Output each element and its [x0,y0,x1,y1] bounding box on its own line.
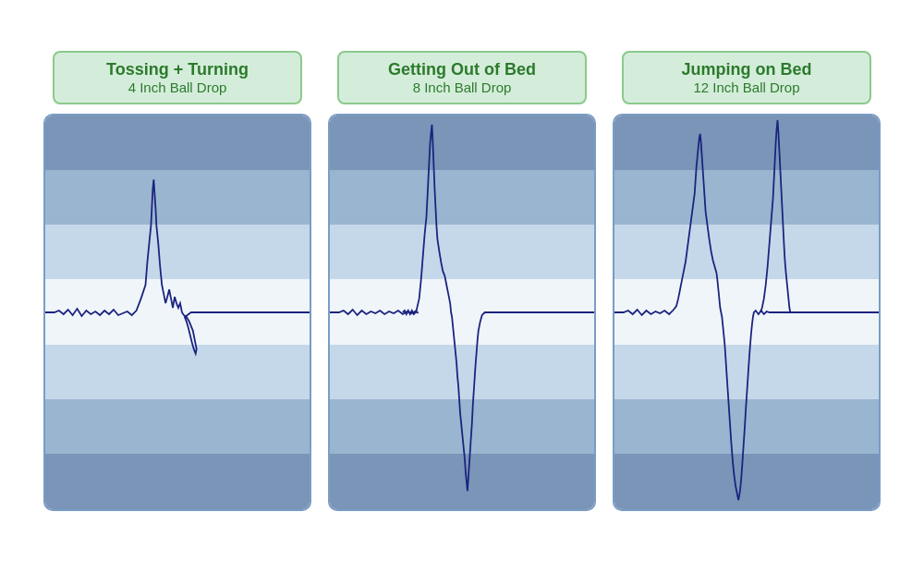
panel-subtitle-3: 12 Inch Ball Drop [638,79,855,95]
band-top-light-3 [614,225,879,279]
band-bottom-dark-1 [45,454,310,508]
panels-container: Tossing + Turning 4 Inch Ball Drop Getti… [16,32,908,530]
band-top-light-1 [45,225,310,279]
band-top-light-2 [330,225,594,279]
chart-panel-3 [613,114,881,511]
panel-wrapper-2: Getting Out of Bed 8 Inch Ball Drop [328,51,596,511]
chart-panel-1 [43,114,311,511]
band-top-medium-1 [45,170,310,225]
panel-subtitle-1: 4 Inch Ball Drop [69,79,286,95]
band-center-1 [45,279,310,345]
band-bottom-light-3 [614,345,879,399]
band-bottom-dark-2 [330,454,594,508]
panel-label-2: Getting Out of Bed 8 Inch Ball Drop [337,51,587,104]
panel-title-3: Jumping on Bed [638,60,855,79]
band-top-medium-2 [330,170,594,225]
band-bottom-light-1 [45,345,310,399]
band-center-2 [330,279,594,345]
band-top-medium-3 [614,170,879,225]
panel-label-3: Jumping on Bed 12 Inch Ball Drop [622,51,871,104]
panel-label-1: Tossing + Turning 4 Inch Ball Drop [53,51,302,104]
band-bottom-dark-3 [614,454,879,508]
band-bottom-medium-1 [45,399,310,454]
band-bottom-light-2 [330,345,594,399]
chart-panel-2 [328,114,596,511]
panel-title-2: Getting Out of Bed [354,60,570,79]
band-top-dark-3 [614,116,879,170]
band-center-3 [614,279,879,345]
panel-title-1: Tossing + Turning [69,60,286,79]
band-bottom-medium-3 [614,399,879,454]
band-top-dark-1 [45,116,310,170]
band-bottom-medium-2 [330,399,594,454]
band-top-dark-2 [330,116,594,170]
panel-subtitle-2: 8 Inch Ball Drop [354,79,570,95]
panel-wrapper-3: Jumping on Bed 12 Inch Ball Drop [613,51,881,511]
panel-wrapper-1: Tossing + Turning 4 Inch Ball Drop [43,51,311,511]
